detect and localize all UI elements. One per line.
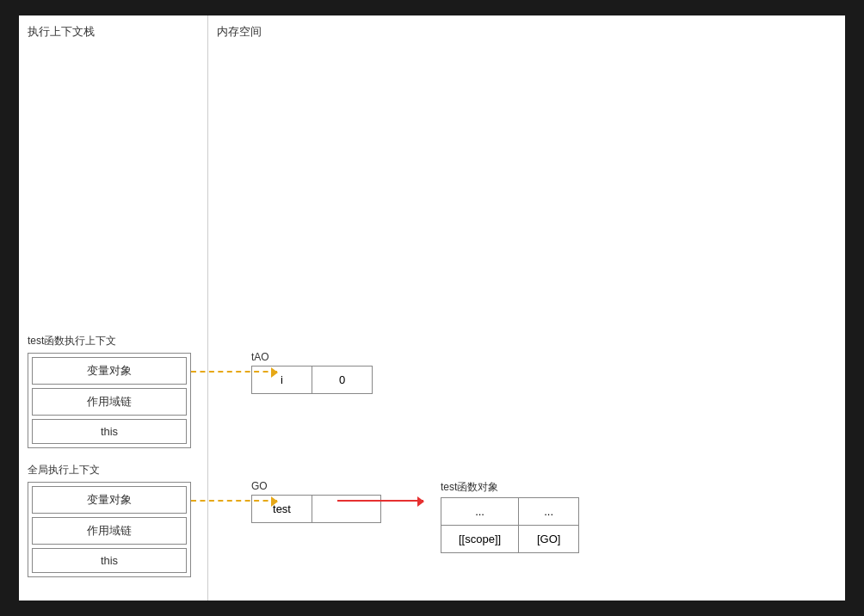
test-func-cell-scope: [[scope]] [441, 526, 519, 553]
left-panel: 执行上下文栈 test函数执行上下文 变量对象 作用域链 this 全局执行上下… [19, 15, 208, 601]
test-this: this [32, 419, 187, 444]
right-panel: 内存空间 tAO i 0 GO test test函数对象 [208, 15, 845, 601]
right-panel-title: 内存空间 [217, 24, 836, 40]
tao-object: tAO i 0 [251, 351, 373, 394]
table-row: [[scope]] [GO] [441, 526, 579, 553]
global-scope-chain: 作用域链 [32, 517, 187, 545]
tao-cell-0: 0 [312, 367, 373, 394]
test-func-cell-dots1: ... [441, 498, 519, 526]
main-container: 执行上下文栈 test函数执行上下文 变量对象 作用域链 this 全局执行上下… [19, 15, 845, 601]
test-context-section: test函数执行上下文 变量对象 作用域链 this [28, 334, 191, 448]
global-context-label: 全局执行上下文 [28, 463, 191, 477]
test-scope-chain: 作用域链 [32, 388, 187, 416]
test-func-label: test函数对象 [441, 480, 579, 495]
test-func-table: ... ... [[scope]] [GO] [441, 497, 579, 553]
tao-table: i 0 [251, 366, 373, 394]
test-context-box: 变量对象 作用域链 this [28, 353, 191, 448]
test-func-object: test函数对象 ... ... [[scope]] [GO] [441, 480, 579, 553]
arrow-global-to-go [191, 500, 277, 502]
test-context-label: test函数执行上下文 [28, 334, 191, 348]
tao-label: tAO [251, 351, 373, 363]
test-func-cell-go: [GO] [519, 526, 579, 553]
global-context-box: 变量对象 作用域链 this [28, 482, 191, 577]
left-panel-title: 执行上下文栈 [28, 24, 199, 40]
global-variable-object: 变量对象 [32, 486, 187, 514]
test-func-cell-dots2: ... [519, 498, 579, 526]
global-this: this [32, 548, 187, 573]
table-row: ... ... [441, 498, 579, 526]
global-context-section: 全局执行上下文 变量对象 作用域链 this [28, 463, 191, 577]
arrow-go-to-testfunc [337, 500, 423, 502]
test-variable-object: 变量对象 [32, 357, 187, 385]
arrow-test-to-tao [191, 371, 277, 373]
go-label: GO [251, 480, 381, 492]
